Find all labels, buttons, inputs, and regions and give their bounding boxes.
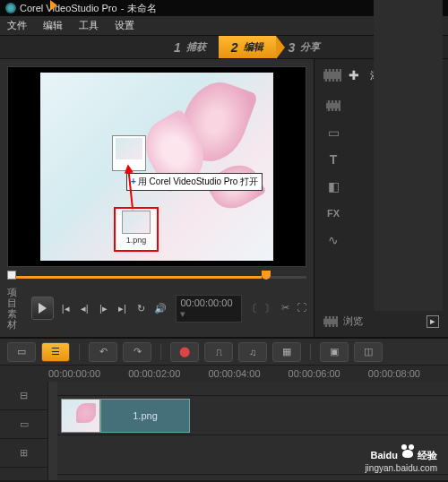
media-tab-icon[interactable] <box>323 97 343 115</box>
auto-music-button[interactable]: ♫ <box>238 342 267 362</box>
overlay-track-icon[interactable]: ⊞ <box>0 439 47 468</box>
next-frame-icon[interactable]: |▸ <box>97 302 110 314</box>
mark-in-icon[interactable]: 〔 <box>247 302 257 315</box>
scrub-handle[interactable] <box>7 271 16 280</box>
prev-frame-icon[interactable]: ◂| <box>78 302 91 314</box>
filter-tab-icon[interactable]: FX <box>323 204 343 222</box>
timeline-ruler[interactable]: 00:00:00:00 00:00:02:00 00:00:04:00 00:0… <box>0 366 448 382</box>
preview-panel: 用 Corel VideoStudio Pro 打开 1.png 项目 素材 |… <box>0 59 314 337</box>
mode-project[interactable]: 项目 <box>7 287 26 308</box>
watermark: Baidu经验 jingyan.baidu.com <box>365 444 437 473</box>
library-panel: ✚ 添加 ▸ ▭ T ◧ FX ∿ 样本 浏览 ▸ <box>314 59 448 337</box>
scrub-bar[interactable] <box>7 272 306 281</box>
goto-start-icon[interactable]: |◂ <box>59 302 73 314</box>
repeat-icon[interactable]: ↻ <box>134 302 148 314</box>
toggle-tracks-icon[interactable]: ⊟ <box>0 382 47 410</box>
undo-button[interactable]: ↶ <box>89 342 117 362</box>
graphic-tab-icon[interactable]: ◧ <box>323 177 343 195</box>
timeline-view-button[interactable]: ☰ <box>41 342 70 362</box>
preview-canvas[interactable]: 用 Corel VideoStudio Pro 打开 1.png <box>7 66 306 267</box>
library-content: 样本 <box>374 0 443 311</box>
drop-target-highlight: 1.png <box>114 207 159 252</box>
clip-item[interactable]: 1.png <box>100 399 190 433</box>
app-title: Corel VideoStudio Pro <box>20 3 117 13</box>
scrub-end-handle[interactable] <box>262 271 271 280</box>
subtitle-button[interactable]: ◫ <box>354 342 383 362</box>
preview-image: 用 Corel VideoStudio Pro 打开 1.png <box>40 73 273 261</box>
goto-end-icon[interactable]: ▸| <box>116 302 129 314</box>
video-track-row[interactable]: 1.png <box>57 396 448 435</box>
playback-controls: 项目 素材 |◂ ◂| |▸ ▸| ↻ 🔊 00:00:00:00 ▾ 〔 〕 … <box>7 287 306 330</box>
document-name: 未命名 <box>127 2 157 15</box>
media-library-icon[interactable] <box>323 69 341 82</box>
record-button[interactable]: ⬤ <box>170 342 199 362</box>
play-button[interactable] <box>31 297 54 320</box>
menu-settings[interactable]: 设置 <box>115 19 134 32</box>
title-tab-icon[interactable]: T <box>323 151 343 168</box>
cut-icon[interactable]: ✂ <box>281 302 289 315</box>
storyboard-view-button[interactable]: ▭ <box>7 342 36 362</box>
step-edit[interactable]: 2编辑 <box>219 36 276 58</box>
track-visibility-column[interactable] <box>48 382 57 480</box>
volume-icon[interactable]: 🔊 <box>153 302 167 314</box>
step-share[interactable]: 3分享 <box>276 36 333 58</box>
add-icon[interactable]: ✚ <box>349 68 359 82</box>
timecode-display[interactable]: 00:00:00:00 ▾ <box>176 295 242 323</box>
menu-tools[interactable]: 工具 <box>79 19 99 32</box>
transition-tab-icon[interactable]: ▭ <box>323 124 343 142</box>
track-manager-button[interactable]: ▦ <box>272 342 301 362</box>
browse-label[interactable]: 浏览 <box>343 314 363 328</box>
mode-clip[interactable]: 素材 <box>7 308 26 330</box>
clip-thumbnail[interactable] <box>61 399 100 433</box>
drag-tooltip: 用 Corel VideoStudio Pro 打开 <box>126 173 263 191</box>
mark-out-icon[interactable]: 〕 <box>264 302 274 315</box>
chapter-button[interactable]: ▣ <box>320 342 349 362</box>
step-capture[interactable]: 1捕获 <box>161 36 219 58</box>
fullscreen-icon[interactable]: ⛶ <box>297 302 306 315</box>
paw-icon <box>400 444 416 459</box>
app-logo-icon <box>5 3 16 13</box>
mixer-button[interactable]: ⎍ <box>204 342 233 362</box>
redo-button[interactable]: ↷ <box>123 342 151 362</box>
timeline-toolbar: ▭ ☰ ↶ ↷ ⬤ ⎍ ♫ ▦ ▣ ◫ <box>0 339 448 366</box>
track-headers: ⊟ ▭ ⊞ <box>0 382 48 480</box>
video-track-icon[interactable]: ▭ <box>0 410 47 439</box>
browse-icon[interactable] <box>323 316 338 327</box>
menu-file[interactable]: 文件 <box>7 19 27 32</box>
menu-edit[interactable]: 编辑 <box>43 19 63 32</box>
path-tab-icon[interactable]: ∿ <box>323 231 343 249</box>
browse-collapse-icon[interactable]: ▸ <box>426 315 439 328</box>
